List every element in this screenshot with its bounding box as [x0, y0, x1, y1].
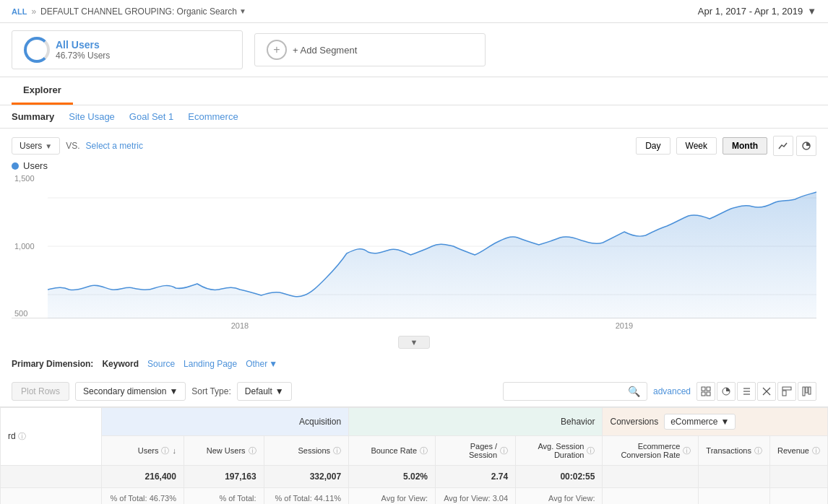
sub-tab-site-usage[interactable]: Site Usage: [69, 111, 115, 122]
pie-chart-icon[interactable]: [796, 136, 816, 156]
sort-type-label: Sort Type:: [191, 386, 230, 396]
date-range-selector[interactable]: Apr 1, 2017 - Apr 1, 2019 ▼: [698, 6, 816, 17]
dimension-source[interactable]: Source: [147, 359, 175, 369]
breadcrumb-separator: »: [31, 6, 36, 17]
svg-rect-18: [808, 387, 811, 394]
sub-tabs-row: Summary Site Usage Goal Set 1 Ecommerce: [0, 105, 828, 129]
select-metric-link[interactable]: Select a metric: [86, 141, 143, 151]
th-keyword: rd ⓘ: [1, 408, 102, 466]
search-input[interactable]: [509, 386, 625, 396]
users-sort-arrow[interactable]: ↓: [172, 446, 176, 455]
search-box: 🔍: [503, 382, 647, 401]
ecommerce-arrow: ▼: [721, 417, 730, 427]
segment-all-users[interactable]: All Users 46.73% Users: [12, 30, 243, 69]
transactions-info-icon[interactable]: ⓘ: [754, 446, 762, 456]
view-icons: [773, 136, 816, 156]
sub-tab-summary[interactable]: Summary: [12, 111, 54, 122]
segment-pct: 46.73% Users: [56, 51, 110, 61]
th-bounce-rate: Bounce Rate ⓘ: [349, 436, 436, 466]
sub-tab-goal-set[interactable]: Goal Set 1: [129, 111, 173, 122]
svg-rect-17: [806, 387, 808, 393]
total-revenue-sub: [769, 488, 827, 505]
secondary-dim-arrow: ▼: [169, 386, 178, 396]
sub-tab-ecommerce[interactable]: Ecommerce: [188, 111, 238, 122]
channel-dropdown[interactable]: DEFAULT CHANNEL GROUPING: Organic Search…: [40, 6, 246, 17]
chart-legend: Users: [12, 160, 816, 171]
totals-sub-row: % of Total: 46.73% (463,114) % of Total:…: [1, 488, 828, 505]
top-bar: ALL » DEFAULT CHANNEL GROUPING: Organic …: [0, 0, 828, 23]
sort-default-label: Default: [245, 386, 272, 396]
metric-label: Users: [20, 141, 42, 151]
week-button[interactable]: Week: [676, 137, 717, 155]
chart-y-labels: 1,500 1,000 500: [12, 174, 48, 318]
new-users-info-icon[interactable]: ⓘ: [249, 446, 256, 456]
revenue-info-icon[interactable]: ⓘ: [812, 446, 820, 456]
table-pie-icon[interactable]: [717, 382, 736, 401]
ecommerce-dropdown[interactable]: eCommerce ▼: [664, 414, 736, 430]
chart-x-labels: 2018 2019: [12, 318, 816, 333]
all-link[interactable]: ALL: [12, 7, 27, 16]
legend-dot-icon: [12, 162, 19, 170]
day-button[interactable]: Day: [636, 137, 670, 155]
date-range-arrow: ▼: [807, 6, 816, 17]
dimension-keyword[interactable]: Keyword: [102, 359, 139, 369]
collapse-bar: ▼: [12, 333, 816, 352]
th-avg-session: Avg. Session Duration ⓘ: [516, 436, 603, 466]
primary-dimension-label: Primary Dimension:: [12, 359, 93, 369]
ecommerce-label: eCommerce: [670, 417, 717, 427]
total-bounce-rate: 5.02%: [349, 466, 436, 488]
total-bounce-sub: Avg for View: 13.33% (-62.36%): [349, 488, 436, 505]
ecommerce-rate-info-icon[interactable]: ⓘ: [683, 446, 691, 456]
chart-container: 1,500 1,000 500: [12, 174, 816, 318]
table-custom-icon[interactable]: [798, 382, 816, 401]
add-segment-button[interactable]: + + Add Segment: [254, 33, 486, 66]
keyword-info-icon[interactable]: ⓘ: [18, 432, 26, 440]
total-new-users: 197,163: [184, 466, 264, 488]
month-button[interactable]: Month: [723, 137, 767, 155]
totals-row: 216,400 197,163 332,007 5.02% 2.74 00:02…: [1, 466, 828, 488]
dimension-landing-page[interactable]: Landing Page: [184, 359, 237, 369]
y-label-top: 1,500: [14, 174, 45, 183]
dimension-other-dropdown[interactable]: Other ▼: [246, 359, 277, 369]
sessions-info-icon[interactable]: ⓘ: [333, 446, 341, 456]
th-keyword-label: rd: [8, 431, 16, 441]
table-list-icon[interactable]: [737, 382, 756, 401]
svg-rect-6: [702, 392, 705, 396]
plus-circle-icon: +: [267, 40, 287, 60]
tab-explorer[interactable]: Explorer: [12, 77, 73, 105]
pages-info-icon[interactable]: ⓘ: [500, 446, 508, 456]
channel-dropdown-arrow: ▼: [239, 7, 246, 15]
advanced-link[interactable]: advanced: [653, 386, 691, 396]
table-grid-icon[interactable]: [697, 382, 715, 401]
collapse-chart-button[interactable]: ▼: [398, 336, 431, 349]
total-users: 216,400: [102, 466, 184, 488]
chart-area: Users 1,500 1,000 500: [0, 160, 828, 352]
metric-dropdown-arrow: ▼: [45, 142, 52, 150]
line-chart-icon[interactable]: [773, 136, 793, 156]
users-info-icon[interactable]: ⓘ: [161, 446, 169, 456]
total-sub-label: [1, 488, 102, 505]
total-users-sub: % of Total: 46.73% (463,114): [102, 488, 184, 505]
th-new-users: New Users ⓘ: [184, 436, 264, 466]
secondary-dimension-dropdown[interactable]: Secondary dimension ▼: [75, 382, 186, 401]
bounce-info-icon[interactable]: ⓘ: [420, 446, 428, 456]
total-ecommerce-rate: [603, 466, 699, 488]
y-label-mid: 1,000: [14, 242, 45, 251]
table-pivot-icon[interactable]: [777, 382, 796, 401]
x-label-2019: 2019: [616, 321, 633, 330]
total-avg-sub: Avg for View: 00:02:48 (3.83%): [516, 488, 603, 505]
metric-dropdown[interactable]: Users ▼: [12, 137, 60, 155]
plot-rows-button[interactable]: Plot Rows: [12, 382, 69, 401]
segment-donut-icon: [24, 37, 50, 63]
search-icon[interactable]: 🔍: [628, 386, 640, 397]
total-transactions-sub: [699, 488, 770, 505]
total-revenue: [769, 466, 827, 488]
sort-type-dropdown[interactable]: Default ▼: [237, 382, 292, 401]
th-pages-session: Pages / Session ⓘ: [436, 436, 516, 466]
table-controls: Plot Rows Secondary dimension ▼ Sort Typ…: [0, 376, 828, 407]
table-compare-icon[interactable]: [757, 382, 776, 401]
channel-label: DEFAULT CHANNEL GROUPING: Organic Search: [40, 6, 237, 17]
th-users: Users ⓘ ↓: [102, 436, 184, 466]
th-sessions: Sessions ⓘ: [264, 436, 349, 466]
avg-session-info-icon[interactable]: ⓘ: [587, 446, 595, 456]
